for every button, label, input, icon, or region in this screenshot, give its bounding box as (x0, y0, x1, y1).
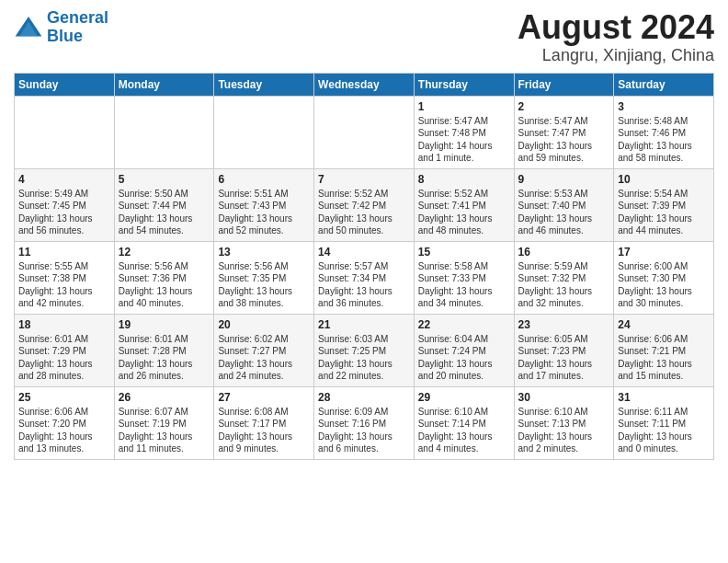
day-info: Sunrise: 5:57 AMSunset: 7:34 PMDaylight:… (318, 260, 410, 310)
day-info: Sunrise: 6:02 AMSunset: 7:27 PMDaylight:… (218, 333, 310, 383)
calendar-cell: 12Sunrise: 5:56 AMSunset: 7:36 PMDayligh… (114, 241, 214, 314)
day-info: Sunrise: 6:06 AMSunset: 7:20 PMDaylight:… (18, 406, 110, 455)
calendar-cell: 3Sunrise: 5:48 AMSunset: 7:46 PMDaylight… (614, 96, 714, 168)
calendar-cell (15, 96, 115, 168)
weekday-header: Friday (514, 73, 614, 96)
day-info: Sunrise: 5:56 AMSunset: 7:36 PMDaylight:… (119, 260, 210, 310)
day-info: Sunrise: 5:50 AMSunset: 7:44 PMDaylight:… (119, 188, 210, 237)
page-header: General Blue August 2024 Langru, Xinjian… (14, 9, 714, 65)
weekday-header: Saturday (614, 73, 714, 96)
calendar-cell: 11Sunrise: 5:55 AMSunset: 7:38 PMDayligh… (15, 241, 115, 314)
calendar-cell: 5Sunrise: 5:50 AMSunset: 7:44 PMDaylight… (114, 168, 214, 241)
day-number: 29 (418, 391, 510, 404)
day-number: 31 (618, 391, 710, 404)
page-subtitle: Langru, Xinjiang, China (518, 46, 714, 65)
calendar-cell: 15Sunrise: 5:58 AMSunset: 7:33 PMDayligh… (414, 241, 514, 314)
day-info: Sunrise: 5:59 AMSunset: 7:32 PMDaylight:… (518, 260, 610, 310)
day-info: Sunrise: 5:54 AMSunset: 7:39 PMDaylight:… (618, 188, 710, 237)
day-number: 2 (518, 100, 610, 113)
logo: General Blue (14, 9, 108, 46)
day-info: Sunrise: 6:01 AMSunset: 7:29 PMDaylight:… (18, 333, 110, 383)
calendar-table: SundayMondayTuesdayWednesdayThursdayFrid… (14, 73, 714, 460)
day-number: 19 (119, 318, 210, 331)
calendar-cell: 19Sunrise: 6:01 AMSunset: 7:28 PMDayligh… (114, 314, 214, 386)
calendar-cell: 26Sunrise: 6:07 AMSunset: 7:19 PMDayligh… (114, 386, 214, 459)
weekday-header-row: SundayMondayTuesdayWednesdayThursdayFrid… (15, 73, 714, 96)
logo-icon (14, 13, 43, 42)
day-info: Sunrise: 6:09 AMSunset: 7:16 PMDaylight:… (318, 406, 410, 455)
day-number: 23 (518, 318, 610, 331)
day-number: 27 (218, 391, 310, 404)
day-number: 13 (218, 246, 310, 259)
day-number: 17 (618, 246, 710, 259)
calendar-cell: 1Sunrise: 5:47 AMSunset: 7:48 PMDaylight… (414, 96, 514, 168)
title-block: August 2024 Langru, Xinjiang, China (518, 9, 714, 65)
day-number: 14 (318, 246, 410, 259)
calendar-cell: 31Sunrise: 6:11 AMSunset: 7:11 PMDayligh… (614, 386, 714, 459)
calendar-cell: 7Sunrise: 5:52 AMSunset: 7:42 PMDaylight… (314, 168, 415, 241)
page-title: August 2024 (518, 9, 714, 46)
day-number: 5 (119, 173, 210, 186)
day-number: 6 (218, 173, 310, 186)
calendar-week-row: 4Sunrise: 5:49 AMSunset: 7:45 PMDaylight… (15, 168, 714, 241)
day-number: 28 (318, 391, 410, 404)
day-number: 18 (18, 318, 110, 331)
day-number: 9 (518, 173, 610, 186)
day-number: 15 (418, 246, 510, 259)
day-number: 10 (618, 173, 710, 186)
day-info: Sunrise: 6:08 AMSunset: 7:17 PMDaylight:… (218, 406, 310, 455)
calendar-cell: 6Sunrise: 5:51 AMSunset: 7:43 PMDaylight… (214, 168, 314, 241)
day-number: 26 (119, 391, 210, 404)
calendar-cell (214, 96, 314, 168)
day-number: 22 (418, 318, 510, 331)
calendar-cell (314, 96, 415, 168)
day-info: Sunrise: 5:52 AMSunset: 7:42 PMDaylight:… (318, 188, 410, 237)
weekday-header: Tuesday (214, 73, 314, 96)
day-info: Sunrise: 5:47 AMSunset: 7:47 PMDaylight:… (518, 115, 610, 165)
calendar-week-row: 25Sunrise: 6:06 AMSunset: 7:20 PMDayligh… (15, 386, 714, 459)
day-info: Sunrise: 6:03 AMSunset: 7:25 PMDaylight:… (318, 333, 410, 383)
calendar-cell: 29Sunrise: 6:10 AMSunset: 7:14 PMDayligh… (414, 386, 514, 459)
day-info: Sunrise: 5:48 AMSunset: 7:46 PMDaylight:… (618, 115, 710, 165)
calendar-cell: 23Sunrise: 6:05 AMSunset: 7:23 PMDayligh… (514, 314, 614, 386)
day-number: 8 (418, 173, 510, 186)
calendar-week-row: 1Sunrise: 5:47 AMSunset: 7:48 PMDaylight… (15, 96, 714, 168)
day-number: 30 (518, 391, 610, 404)
calendar-cell: 2Sunrise: 5:47 AMSunset: 7:47 PMDaylight… (514, 96, 614, 168)
day-number: 21 (318, 318, 410, 331)
calendar-cell: 21Sunrise: 6:03 AMSunset: 7:25 PMDayligh… (314, 314, 415, 386)
calendar-cell: 16Sunrise: 5:59 AMSunset: 7:32 PMDayligh… (514, 241, 614, 314)
day-info: Sunrise: 6:00 AMSunset: 7:30 PMDaylight:… (618, 260, 710, 310)
weekday-header: Sunday (15, 73, 115, 96)
day-number: 11 (18, 246, 110, 259)
calendar-cell: 24Sunrise: 6:06 AMSunset: 7:21 PMDayligh… (614, 314, 714, 386)
day-number: 20 (218, 318, 310, 331)
calendar-cell: 13Sunrise: 5:56 AMSunset: 7:35 PMDayligh… (214, 241, 314, 314)
day-number: 16 (518, 246, 610, 259)
day-number: 3 (618, 100, 710, 113)
day-info: Sunrise: 5:53 AMSunset: 7:40 PMDaylight:… (518, 188, 610, 237)
calendar-cell (114, 96, 214, 168)
day-number: 12 (119, 246, 210, 259)
day-info: Sunrise: 6:10 AMSunset: 7:14 PMDaylight:… (418, 406, 510, 455)
calendar-cell: 22Sunrise: 6:04 AMSunset: 7:24 PMDayligh… (414, 314, 514, 386)
day-info: Sunrise: 5:55 AMSunset: 7:38 PMDaylight:… (18, 260, 110, 310)
day-info: Sunrise: 5:51 AMSunset: 7:43 PMDaylight:… (218, 188, 310, 237)
day-info: Sunrise: 5:49 AMSunset: 7:45 PMDaylight:… (18, 188, 110, 237)
calendar-cell: 8Sunrise: 5:52 AMSunset: 7:41 PMDaylight… (414, 168, 514, 241)
logo-text: General Blue (47, 9, 108, 46)
day-info: Sunrise: 6:06 AMSunset: 7:21 PMDaylight:… (618, 333, 710, 383)
calendar-cell: 28Sunrise: 6:09 AMSunset: 7:16 PMDayligh… (314, 386, 415, 459)
calendar-week-row: 11Sunrise: 5:55 AMSunset: 7:38 PMDayligh… (15, 241, 714, 314)
day-info: Sunrise: 6:05 AMSunset: 7:23 PMDaylight:… (518, 333, 610, 383)
day-info: Sunrise: 6:07 AMSunset: 7:19 PMDaylight:… (119, 406, 210, 455)
calendar-cell: 30Sunrise: 6:10 AMSunset: 7:13 PMDayligh… (514, 386, 614, 459)
day-info: Sunrise: 6:04 AMSunset: 7:24 PMDaylight:… (418, 333, 510, 383)
calendar-cell: 9Sunrise: 5:53 AMSunset: 7:40 PMDaylight… (514, 168, 614, 241)
day-info: Sunrise: 5:56 AMSunset: 7:35 PMDaylight:… (218, 260, 310, 310)
day-info: Sunrise: 6:11 AMSunset: 7:11 PMDaylight:… (618, 406, 710, 455)
weekday-header: Thursday (414, 73, 514, 96)
day-number: 7 (318, 173, 410, 186)
day-number: 4 (18, 173, 110, 186)
day-info: Sunrise: 5:58 AMSunset: 7:33 PMDaylight:… (418, 260, 510, 310)
